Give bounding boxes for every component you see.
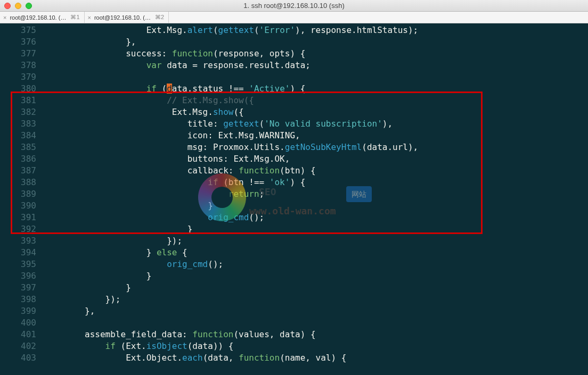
code-line[interactable]: 383 title: gettext('No valid subscriptio… xyxy=(4,118,588,130)
code-line[interactable]: 394 } else { xyxy=(4,247,588,259)
code-content[interactable]: return; xyxy=(44,188,588,200)
code-line[interactable]: 375 Ext.Msg.alert(gettext('Error'), resp… xyxy=(4,24,588,36)
code-line[interactable]: 388 if (btn !== 'ok') { xyxy=(4,177,588,188)
code-content[interactable]: } xyxy=(44,223,588,235)
terminal-tab-1[interactable]: × root@192.168.10. (… ⌘1 xyxy=(0,12,85,23)
code-line[interactable]: 390 } xyxy=(4,200,588,212)
traffic-lights xyxy=(4,3,32,9)
tab-shortcut: ⌘1 xyxy=(70,14,79,21)
code-line[interactable]: 391 orig_cmd(); xyxy=(4,212,588,223)
tab-bar: × root@192.168.10. (… ⌘1 × root@192.168.… xyxy=(0,12,588,23)
line-number: 403 xyxy=(4,352,44,364)
close-tab-icon[interactable]: × xyxy=(88,14,91,21)
code-content[interactable]: orig_cmd(); xyxy=(44,259,588,270)
line-number: 377 xyxy=(4,48,44,60)
line-number: 400 xyxy=(4,317,44,329)
line-number: 398 xyxy=(4,294,44,305)
code-line[interactable]: 378 var data = response.result.data; xyxy=(4,60,588,71)
code-line[interactable]: 403 Ext.Object.each(data, function(name,… xyxy=(4,352,588,364)
code-line[interactable]: 377 success: function(response, opts) { xyxy=(4,48,588,60)
code-content[interactable]: buttons: Ext.Msg.OK, xyxy=(44,153,588,165)
cursor: d xyxy=(167,84,172,94)
line-number: 402 xyxy=(4,340,44,352)
line-number: 390 xyxy=(4,200,44,212)
code-line[interactable]: 380 if (data.status !== 'Active') { xyxy=(4,83,588,95)
code-content[interactable]: orig_cmd(); xyxy=(44,212,588,223)
line-number: 376 xyxy=(4,36,44,48)
line-number: 381 xyxy=(4,95,44,106)
code-content[interactable]: // Ext.Msg.show({ xyxy=(44,95,588,106)
code-content[interactable]: callback: function(btn) { xyxy=(44,165,588,177)
code-line[interactable]: 396 } xyxy=(4,270,588,282)
line-number: 384 xyxy=(4,130,44,141)
line-number: 397 xyxy=(4,282,44,294)
code-line[interactable]: 376 }, xyxy=(4,36,588,48)
tab-label: root@192.168.10. (… xyxy=(10,14,66,21)
tab-label: root@192.168.10. (… xyxy=(94,14,151,21)
code-line[interactable]: 389 return; xyxy=(4,188,588,200)
code-line[interactable]: 393 }); xyxy=(4,235,588,247)
close-tab-icon[interactable]: × xyxy=(3,14,6,21)
code-line[interactable]: 400 xyxy=(4,317,588,329)
code-line[interactable]: 395 orig_cmd(); xyxy=(4,259,588,270)
code-line[interactable]: 399 }, xyxy=(4,305,588,317)
line-number: 375 xyxy=(4,24,44,36)
code-content[interactable]: var data = response.result.data; xyxy=(44,60,588,71)
line-number: 393 xyxy=(4,235,44,247)
code-content[interactable]: }, xyxy=(44,36,588,48)
code-content[interactable]: icon: Ext.Msg.WARNING, xyxy=(44,130,588,141)
line-number: 401 xyxy=(4,329,44,340)
code-line[interactable]: 387 callback: function(btn) { xyxy=(4,165,588,177)
line-number: 391 xyxy=(4,212,44,223)
line-number: 378 xyxy=(4,60,44,71)
code-content[interactable]: }, xyxy=(44,305,588,317)
code-content[interactable]: if (data.status !== 'Active') { xyxy=(44,83,588,95)
code-content[interactable]: title: gettext('No valid subscription'), xyxy=(44,118,588,130)
code-line[interactable]: 398 }); xyxy=(4,294,588,305)
window-titlebar: 1. ssh root@192.168.10.10 (ssh) xyxy=(0,0,588,12)
close-window-button[interactable] xyxy=(4,3,11,9)
code-content[interactable]: Ext.Msg.show({ xyxy=(44,106,588,118)
line-number: 396 xyxy=(4,270,44,282)
code-content[interactable]: } xyxy=(44,200,588,212)
window-title: 1. ssh root@192.168.10.10 (ssh) xyxy=(0,2,588,10)
code-content[interactable]: }); xyxy=(44,294,588,305)
code-content[interactable]: } xyxy=(44,270,588,282)
code-line[interactable]: 402 if (Ext.isObject(data)) { xyxy=(4,340,588,352)
line-number: 394 xyxy=(4,247,44,259)
code-line[interactable]: 401 assemble_field_data: function(values… xyxy=(4,329,588,340)
code-line[interactable]: 381 // Ext.Msg.show({ xyxy=(4,95,588,106)
line-number: 389 xyxy=(4,188,44,200)
line-number: 395 xyxy=(4,259,44,270)
terminal-tab-2[interactable]: × root@192.168.10. (… ⌘2 xyxy=(85,12,169,23)
code-line[interactable]: 386 buttons: Ext.Msg.OK, xyxy=(4,153,588,165)
tab-shortcut: ⌘2 xyxy=(155,14,164,21)
code-line[interactable]: 385 msg: Proxmox.Utils.getNoSubKeyHtml(d… xyxy=(4,141,588,153)
line-number: 380 xyxy=(4,83,44,95)
maximize-window-button[interactable] xyxy=(26,3,32,9)
code-content[interactable]: if (btn !== 'ok') { xyxy=(44,177,588,188)
code-content[interactable]: } xyxy=(44,282,588,294)
line-number: 386 xyxy=(4,153,44,165)
code-line[interactable]: 397 } xyxy=(4,282,588,294)
line-number: 382 xyxy=(4,106,44,118)
code-content[interactable]: assemble_field_data: function(values, da… xyxy=(44,329,588,340)
code-line[interactable]: 392 } xyxy=(4,223,588,235)
code-content[interactable]: Ext.Msg.alert(gettext('Error'), response… xyxy=(44,24,588,36)
code-content[interactable]: }); xyxy=(44,235,588,247)
code-line[interactable]: 382 Ext.Msg.show({ xyxy=(4,106,588,118)
code-content[interactable] xyxy=(44,317,588,329)
line-number: 388 xyxy=(4,177,44,188)
code-line[interactable]: 379 xyxy=(4,71,588,83)
code-content[interactable]: } else { xyxy=(44,247,588,259)
minimize-window-button[interactable] xyxy=(15,3,21,9)
line-number: 392 xyxy=(4,223,44,235)
code-content[interactable] xyxy=(44,71,588,83)
line-number: 379 xyxy=(4,71,44,83)
code-content[interactable]: success: function(response, opts) { xyxy=(44,48,588,60)
code-content[interactable]: msg: Proxmox.Utils.getNoSubKeyHtml(data.… xyxy=(44,141,588,153)
code-content[interactable]: Ext.Object.each(data, function(name, val… xyxy=(44,352,588,364)
code-content[interactable]: if (Ext.isObject(data)) { xyxy=(44,340,588,352)
code-line[interactable]: 384 icon: Ext.Msg.WARNING, xyxy=(4,130,588,141)
code-editor[interactable]: 375 Ext.Msg.alert(gettext('Error'), resp… xyxy=(0,23,588,375)
